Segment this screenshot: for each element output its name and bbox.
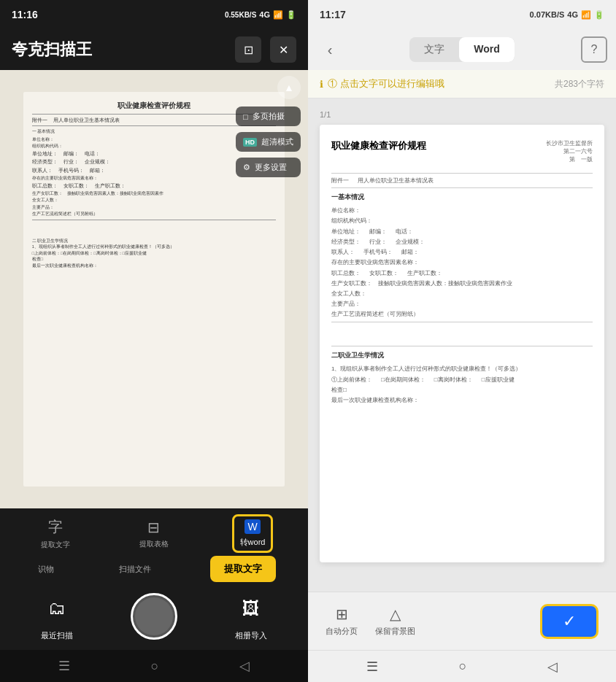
close-icon: ✕ [279, 43, 288, 57]
right-panel: 11:17 0.07KB/S 4G 📶 🔋 ‹ 文字 Word ? ℹ ① 点击… [308, 0, 616, 682]
network-icon: 4G [259, 10, 270, 19]
background-icon: △ [390, 605, 401, 623]
close-button[interactable]: ✕ [270, 36, 296, 63]
confirm-button[interactable]: ✓ [540, 604, 598, 639]
info-icon: ℹ [320, 79, 323, 90]
char-count: 共283个字符 [555, 78, 604, 90]
bottom-toolbar: 字 提取文字 ⊟ 提取表格 W 转word 识物 扫描文件 提取文字 [0, 508, 308, 650]
convert-word-button[interactable]: W 转word [232, 514, 274, 553]
multi-page-icon: □ [243, 112, 248, 121]
hd-mode-button[interactable]: HD 超清模式 [236, 132, 301, 152]
scan-mode-button[interactable]: ⊡ [235, 36, 261, 63]
signal-icon: 0.55KB/S [225, 11, 256, 19]
right-battery-icon: 🔋 [594, 10, 604, 20]
rdoc-checkboxes[interactable]: ①上岗前体检：□在岗期间体检：□离岗时体检：□应援职业健 [331, 376, 593, 384]
rdoc-title[interactable]: 职业健康检查评价规程 [331, 139, 426, 152]
rdoc-main-product[interactable]: 主要产品： [331, 300, 593, 309]
secondary-tool-row: 识物 扫描文件 提取文字 [0, 556, 308, 582]
rdoc-section-2[interactable]: 二职业卫生学情况 [331, 351, 593, 360]
rdoc-last-check[interactable]: 最后一次职业健康检查机构名称： [331, 396, 593, 405]
home-nav-icon[interactable]: ○ [151, 659, 159, 674]
recent-scan-label: 最近扫描 [41, 630, 73, 641]
right-wifi-icon: 📶 [581, 10, 591, 20]
extract-text-highlighted-button[interactable]: 提取文字 [210, 556, 276, 582]
rdoc-process[interactable]: 生产工艺流程简述栏（可另附纸） [331, 310, 593, 319]
right-status-icons: 0.07KB/S 4G 📶 🔋 [530, 10, 604, 20]
rdoc-address-row[interactable]: 单位地址：邮编：电话： [331, 228, 593, 236]
folder-icon: 🗂 [39, 591, 74, 626]
right-info-bar: ℹ ① 点击文字可以进行编辑哦 共283个字符 [308, 70, 616, 98]
left-status-icons: 0.55KB/S 4G 📶 🔋 [225, 10, 296, 20]
extract-char-label: 提取文字 [41, 540, 70, 550]
identify-item[interactable]: 识物 [32, 561, 60, 578]
back-icon: ‹ [328, 42, 333, 58]
right-header: ‹ 文字 Word ? [308, 29, 616, 70]
rdoc-section-1[interactable]: 一基本情况 [331, 193, 593, 202]
right-status-bar: 11:17 0.07KB/S 4G 📶 🔋 [308, 0, 616, 29]
rdoc-economy-row[interactable]: 经济类型：行业：企业规模： [331, 238, 593, 246]
confirm-icon: ✓ [563, 612, 576, 631]
tab-text[interactable]: 文字 [409, 37, 459, 62]
keep-background-label: 保留背景图 [375, 626, 415, 637]
help-button[interactable]: ? [581, 36, 607, 63]
menu-nav-icon[interactable]: ☰ [58, 658, 70, 674]
photo-icon: 🖼 [234, 591, 269, 626]
right-menu-nav-icon[interactable]: ☰ [366, 659, 378, 675]
ocr-tool-item[interactable]: 字 提取文字 [35, 514, 76, 553]
header-tabs: 文字 Word [409, 37, 515, 62]
battery-icon: 🔋 [286, 10, 296, 20]
page-label: 1/1 [320, 110, 604, 119]
right-nav-bar: ☰ ○ ◁ [308, 650, 616, 682]
right-time: 11:17 [320, 9, 346, 20]
left-panel: 11:16 0.55KB/S 4G 📶 🔋 夸克扫描王 ⊡ ✕ 职业健康检查评价… [0, 0, 308, 682]
tool-row: 字 提取文字 ⊟ 提取表格 W 转word [0, 514, 308, 553]
right-back-nav-icon[interactable]: ◁ [547, 659, 558, 675]
rdoc-hazard[interactable]: 存在的主要职业病危害因素名称： [331, 258, 593, 267]
right-home-nav-icon[interactable]: ○ [459, 659, 467, 674]
hint-text: ① 点击文字可以进行编辑哦 [328, 77, 444, 90]
scan-file-item[interactable]: 扫描文件 [113, 561, 157, 578]
left-nav-bar: ☰ ○ ◁ [0, 650, 308, 682]
scan-icon: ⊡ [244, 43, 253, 57]
shutter-button[interactable] [131, 593, 177, 640]
rdoc-workers-row[interactable]: 职工总数：女职工数：生产职工数： [331, 269, 593, 277]
keep-background-button[interactable]: △ 保留背景图 [375, 605, 415, 637]
right-doc-paper[interactable]: 职业健康检查评价规程 长沙市卫生监督所第二一六号第 一版 附件一 用人单位职业卫… [320, 125, 604, 562]
extract-table-item[interactable]: ⊟ 提取表格 [134, 516, 174, 552]
rdoc-unit-name[interactable]: 单位名称： [331, 206, 593, 215]
more-settings-button[interactable]: ⚙ 更多设置 [236, 158, 301, 177]
rdoc-health-check[interactable]: 1、现组织从事者制作全工人进行过何种形式的职业健康检查！（可多选） [331, 365, 593, 373]
right-doc-area[interactable]: 1/1 职业健康检查评价规程 长沙市卫生监督所第二一六号第 一版 附件一 用人单… [308, 98, 616, 592]
back-button[interactable]: ‹ [317, 36, 343, 63]
right-bottom-bar: ⊞ 自动分页 △ 保留背景图 ✓ [308, 592, 616, 650]
recent-scan-item[interactable]: 🗂 最近扫描 [39, 591, 74, 641]
scroll-up-button[interactable]: ▲ [277, 76, 301, 99]
rdoc-org-code[interactable]: 组织机构代码： [331, 217, 593, 225]
multi-page-button[interactable]: □ 多页拍摄 [236, 106, 301, 126]
extract-table-icon: ⊟ [147, 519, 160, 536]
back-nav-icon[interactable]: ◁ [239, 658, 250, 674]
left-status-bar: 11:16 0.55KB/S 4G 📶 🔋 [0, 0, 308, 29]
right-signal-text: 0.07KB/S [530, 10, 565, 19]
identify-label: 识物 [38, 564, 54, 575]
extract-char-icon: 字 [48, 517, 63, 537]
auto-split-button[interactable]: ⊞ 自动分页 [326, 605, 358, 637]
rdoc-all-female[interactable]: 全女工人数： [331, 290, 593, 298]
left-header-icons: ⊡ ✕ [235, 36, 296, 63]
shutter-inner [135, 597, 173, 635]
tab-word[interactable]: Word [459, 37, 515, 62]
help-icon: ? [591, 43, 598, 56]
rdoc-check-box-end[interactable]: 检查□ [331, 386, 593, 395]
app-title: 夸克扫描王 [12, 39, 92, 61]
auto-split-icon: ⊞ [336, 605, 348, 623]
import-photo-label: 相册导入 [235, 630, 267, 641]
rdoc-female-workers[interactable]: 生产女职工数： 接触职业病危害因素人数：接触职业病危害因素作业 [331, 279, 593, 288]
import-photo-item[interactable]: 🖼 相册导入 [234, 591, 269, 641]
extract-text-highlight-label: 提取文字 [224, 562, 262, 576]
hd-icon: HD [243, 138, 257, 147]
extract-table-label: 提取表格 [139, 539, 169, 549]
left-header: 夸克扫描王 ⊡ ✕ [0, 29, 308, 70]
scan-file-label: 扫描文件 [119, 564, 151, 575]
edit-hint: ℹ ① 点击文字可以进行编辑哦 [320, 77, 444, 90]
rdoc-contact-row[interactable]: 联系人：手机号码：邮箱： [331, 248, 593, 256]
